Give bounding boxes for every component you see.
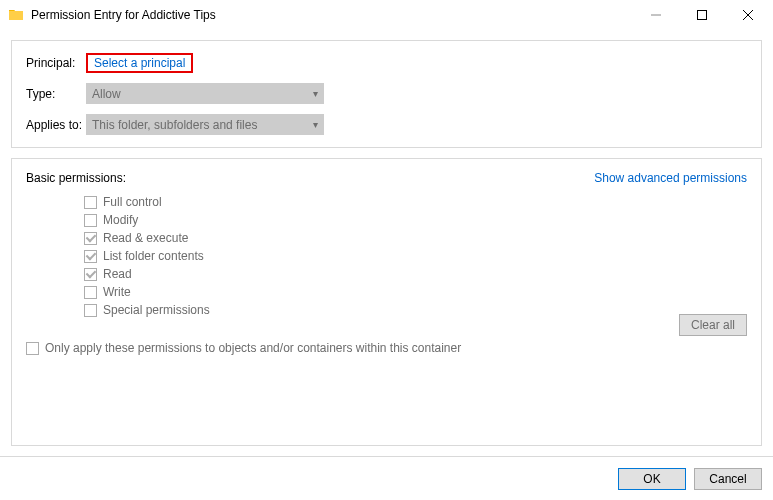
chevron-down-icon: ▾ [313, 88, 318, 99]
permission-label: Read [103, 267, 132, 281]
permission-label: Read & execute [103, 231, 188, 245]
permission-checkbox[interactable] [84, 232, 97, 245]
clear-all-button[interactable]: Clear all [679, 314, 747, 336]
header-panel: Principal: Select a principal Type: Allo… [11, 40, 762, 148]
window-controls [633, 0, 771, 30]
applies-to-dropdown[interactable]: This folder, subfolders and files ▾ [86, 114, 324, 135]
folder-icon [8, 7, 24, 23]
window-title: Permission Entry for Addictive Tips [31, 8, 633, 22]
type-dropdown[interactable]: Allow ▾ [86, 83, 324, 104]
permission-label: Modify [103, 213, 138, 227]
permissions-checklist: Full controlModifyRead & executeList fol… [84, 193, 747, 319]
cancel-button[interactable]: Cancel [694, 468, 762, 490]
permissions-panel: Basic permissions: Show advanced permiss… [11, 158, 762, 446]
permission-item: Full control [84, 193, 747, 211]
type-dropdown-value: Allow [92, 87, 121, 101]
permission-item: List folder contents [84, 247, 747, 265]
maximize-button[interactable] [679, 0, 725, 30]
titlebar: Permission Entry for Addictive Tips [0, 0, 773, 30]
applies-to-label: Applies to: [26, 118, 86, 132]
content-area: Principal: Select a principal Type: Allo… [0, 30, 773, 446]
permission-label: Special permissions [103, 303, 210, 317]
svg-rect-0 [698, 11, 707, 20]
ok-button[interactable]: OK [618, 468, 686, 490]
select-principal-link[interactable]: Select a principal [86, 53, 193, 73]
permission-item: Write [84, 283, 747, 301]
applies-to-dropdown-value: This folder, subfolders and files [92, 118, 257, 132]
permission-checkbox[interactable] [84, 304, 97, 317]
permission-checkbox[interactable] [84, 250, 97, 263]
permission-label: Write [103, 285, 131, 299]
permission-checkbox[interactable] [84, 268, 97, 281]
chevron-down-icon: ▾ [313, 119, 318, 130]
permission-checkbox[interactable] [84, 286, 97, 299]
permission-checkbox[interactable] [84, 196, 97, 209]
permission-checkbox[interactable] [84, 214, 97, 227]
only-apply-label: Only apply these permissions to objects … [45, 341, 461, 355]
permission-item: Modify [84, 211, 747, 229]
permission-item: Read & execute [84, 229, 747, 247]
permission-item: Read [84, 265, 747, 283]
permission-label: List folder contents [103, 249, 204, 263]
footer: OK Cancel [0, 456, 773, 500]
show-advanced-link[interactable]: Show advanced permissions [594, 171, 747, 185]
minimize-button[interactable] [633, 0, 679, 30]
close-button[interactable] [725, 0, 771, 30]
basic-permissions-title: Basic permissions: [26, 171, 126, 185]
only-apply-checkbox[interactable] [26, 342, 39, 355]
permission-label: Full control [103, 195, 162, 209]
principal-label: Principal: [26, 56, 86, 70]
type-label: Type: [26, 87, 86, 101]
permission-item: Special permissions [84, 301, 747, 319]
